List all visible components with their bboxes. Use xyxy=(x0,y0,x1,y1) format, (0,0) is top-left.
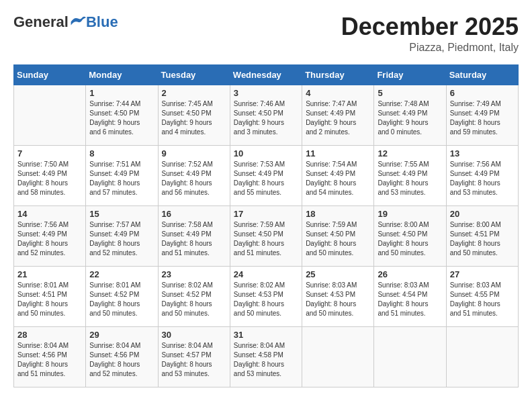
day-content: Sunrise: 7:56 AM Sunset: 4:49 PM Dayligh… xyxy=(17,220,82,258)
day-number: 9 xyxy=(162,148,226,158)
day-content: Sunrise: 7:59 AM Sunset: 4:50 PM Dayligh… xyxy=(306,220,370,258)
day-number: 13 xyxy=(450,148,515,158)
week-row-5: 28Sunrise: 8:04 AM Sunset: 4:56 PM Dayli… xyxy=(14,326,519,387)
calendar-cell: 21Sunrise: 8:01 AM Sunset: 4:51 PM Dayli… xyxy=(14,266,86,326)
day-content: Sunrise: 7:47 AM Sunset: 4:49 PM Dayligh… xyxy=(306,99,370,137)
logo-bird-icon xyxy=(70,15,86,29)
day-number: 28 xyxy=(17,330,82,340)
calendar-cell: 13Sunrise: 7:56 AM Sunset: 4:49 PM Dayli… xyxy=(446,145,518,205)
day-content: Sunrise: 7:54 AM Sunset: 4:49 PM Dayligh… xyxy=(306,160,370,197)
title-block: December 2025 Piazza, Piedmont, Italy xyxy=(341,13,519,54)
day-number: 16 xyxy=(162,209,226,219)
day-content: Sunrise: 8:01 AM Sunset: 4:51 PM Dayligh… xyxy=(17,281,82,318)
calendar-cell: 25Sunrise: 8:03 AM Sunset: 4:53 PM Dayli… xyxy=(302,266,374,326)
calendar-cell: 9Sunrise: 7:52 AM Sunset: 4:49 PM Daylig… xyxy=(158,145,230,205)
day-content: Sunrise: 8:04 AM Sunset: 4:57 PM Dayligh… xyxy=(162,341,226,379)
day-number: 25 xyxy=(306,269,370,279)
calendar-cell: 1Sunrise: 7:44 AM Sunset: 4:50 PM Daylig… xyxy=(86,85,158,145)
calendar-cell: 15Sunrise: 7:57 AM Sunset: 4:49 PM Dayli… xyxy=(86,205,158,266)
calendar-cell: 16Sunrise: 7:58 AM Sunset: 4:49 PM Dayli… xyxy=(158,205,230,266)
day-content: Sunrise: 8:02 AM Sunset: 4:53 PM Dayligh… xyxy=(234,281,298,318)
day-number: 22 xyxy=(89,269,154,279)
page-header: General Blue December 2025 Piazza, Piedm… xyxy=(13,13,519,54)
calendar-cell xyxy=(302,326,374,387)
day-content: Sunrise: 8:00 AM Sunset: 4:51 PM Dayligh… xyxy=(450,220,515,258)
day-content: Sunrise: 7:49 AM Sunset: 4:49 PM Dayligh… xyxy=(450,99,515,137)
day-number: 12 xyxy=(378,148,442,158)
day-number: 8 xyxy=(89,148,154,158)
day-content: Sunrise: 8:02 AM Sunset: 4:52 PM Dayligh… xyxy=(162,281,226,318)
day-number: 17 xyxy=(234,209,298,219)
day-content: Sunrise: 7:57 AM Sunset: 4:49 PM Dayligh… xyxy=(89,220,154,258)
day-number: 14 xyxy=(17,209,82,219)
day-content: Sunrise: 7:50 AM Sunset: 4:49 PM Dayligh… xyxy=(17,160,82,197)
day-header-friday: Friday xyxy=(374,64,446,85)
week-row-3: 14Sunrise: 7:56 AM Sunset: 4:49 PM Dayli… xyxy=(14,205,519,266)
day-number: 1 xyxy=(89,88,154,98)
day-number: 11 xyxy=(306,148,370,158)
day-content: Sunrise: 8:04 AM Sunset: 4:56 PM Dayligh… xyxy=(89,341,154,379)
day-number: 31 xyxy=(234,330,298,340)
day-header-tuesday: Tuesday xyxy=(158,64,230,85)
calendar-cell: 8Sunrise: 7:51 AM Sunset: 4:49 PM Daylig… xyxy=(86,145,158,205)
day-content: Sunrise: 8:03 AM Sunset: 4:54 PM Dayligh… xyxy=(378,281,442,318)
day-number: 18 xyxy=(306,209,370,219)
calendar-cell xyxy=(14,85,86,145)
day-header-monday: Monday xyxy=(86,64,158,85)
calendar-cell: 20Sunrise: 8:00 AM Sunset: 4:51 PM Dayli… xyxy=(446,205,518,266)
calendar-cell: 30Sunrise: 8:04 AM Sunset: 4:57 PM Dayli… xyxy=(158,326,230,387)
calendar-cell: 10Sunrise: 7:53 AM Sunset: 4:49 PM Dayli… xyxy=(230,145,302,205)
calendar-cell: 27Sunrise: 8:03 AM Sunset: 4:55 PM Dayli… xyxy=(446,266,518,326)
day-number: 21 xyxy=(17,269,82,279)
day-number: 4 xyxy=(306,88,370,98)
day-header-saturday: Saturday xyxy=(446,64,518,85)
calendar-cell: 11Sunrise: 7:54 AM Sunset: 4:49 PM Dayli… xyxy=(302,145,374,205)
calendar-cell xyxy=(374,326,446,387)
day-number: 27 xyxy=(450,269,515,279)
day-content: Sunrise: 7:48 AM Sunset: 4:49 PM Dayligh… xyxy=(378,99,442,137)
calendar-cell: 26Sunrise: 8:03 AM Sunset: 4:54 PM Dayli… xyxy=(374,266,446,326)
calendar-table: SundayMondayTuesdayWednesdayThursdayFrid… xyxy=(13,64,519,387)
calendar-cell: 6Sunrise: 7:49 AM Sunset: 4:49 PM Daylig… xyxy=(446,85,518,145)
day-content: Sunrise: 8:03 AM Sunset: 4:55 PM Dayligh… xyxy=(450,281,515,318)
calendar-cell: 5Sunrise: 7:48 AM Sunset: 4:49 PM Daylig… xyxy=(374,85,446,145)
week-row-1: 1Sunrise: 7:44 AM Sunset: 4:50 PM Daylig… xyxy=(14,85,519,145)
day-content: Sunrise: 8:00 AM Sunset: 4:50 PM Dayligh… xyxy=(378,220,442,258)
day-content: Sunrise: 8:03 AM Sunset: 4:53 PM Dayligh… xyxy=(306,281,370,318)
day-content: Sunrise: 7:45 AM Sunset: 4:50 PM Dayligh… xyxy=(162,99,226,137)
calendar-cell: 31Sunrise: 8:04 AM Sunset: 4:58 PM Dayli… xyxy=(230,326,302,387)
week-row-4: 21Sunrise: 8:01 AM Sunset: 4:51 PM Dayli… xyxy=(14,266,519,326)
day-content: Sunrise: 7:53 AM Sunset: 4:49 PM Dayligh… xyxy=(234,160,298,197)
day-header-wednesday: Wednesday xyxy=(230,64,302,85)
calendar-cell: 22Sunrise: 8:01 AM Sunset: 4:52 PM Dayli… xyxy=(86,266,158,326)
day-content: Sunrise: 7:44 AM Sunset: 4:50 PM Dayligh… xyxy=(89,99,154,137)
day-number: 30 xyxy=(162,330,226,340)
calendar-body: 1Sunrise: 7:44 AM Sunset: 4:50 PM Daylig… xyxy=(14,85,519,387)
calendar-cell: 2Sunrise: 7:45 AM Sunset: 4:50 PM Daylig… xyxy=(158,85,230,145)
day-content: Sunrise: 7:52 AM Sunset: 4:49 PM Dayligh… xyxy=(162,160,226,197)
location-title: Piazza, Piedmont, Italy xyxy=(341,42,519,54)
calendar-cell: 17Sunrise: 7:59 AM Sunset: 4:50 PM Dayli… xyxy=(230,205,302,266)
day-content: Sunrise: 8:04 AM Sunset: 4:58 PM Dayligh… xyxy=(234,341,298,379)
calendar-cell: 23Sunrise: 8:02 AM Sunset: 4:52 PM Dayli… xyxy=(158,266,230,326)
day-number: 24 xyxy=(234,269,298,279)
day-number: 26 xyxy=(378,269,442,279)
day-number: 3 xyxy=(234,88,298,98)
logo-general-text: General xyxy=(13,13,69,31)
calendar-cell: 4Sunrise: 7:47 AM Sunset: 4:49 PM Daylig… xyxy=(302,85,374,145)
day-content: Sunrise: 7:46 AM Sunset: 4:50 PM Dayligh… xyxy=(234,99,298,137)
day-number: 20 xyxy=(450,209,515,219)
calendar-cell: 3Sunrise: 7:46 AM Sunset: 4:50 PM Daylig… xyxy=(230,85,302,145)
day-number: 15 xyxy=(89,209,154,219)
day-number: 23 xyxy=(162,269,226,279)
logo: General Blue xyxy=(13,13,118,31)
day-header-sunday: Sunday xyxy=(14,64,86,85)
calendar-cell: 24Sunrise: 8:02 AM Sunset: 4:53 PM Dayli… xyxy=(230,266,302,326)
calendar-cell: 14Sunrise: 7:56 AM Sunset: 4:49 PM Dayli… xyxy=(14,205,86,266)
day-number: 2 xyxy=(162,88,226,98)
day-number: 29 xyxy=(89,330,154,340)
calendar-cell: 18Sunrise: 7:59 AM Sunset: 4:50 PM Dayli… xyxy=(302,205,374,266)
day-content: Sunrise: 8:04 AM Sunset: 4:56 PM Dayligh… xyxy=(17,341,82,379)
day-content: Sunrise: 8:01 AM Sunset: 4:52 PM Dayligh… xyxy=(89,281,154,318)
day-number: 5 xyxy=(378,88,442,98)
